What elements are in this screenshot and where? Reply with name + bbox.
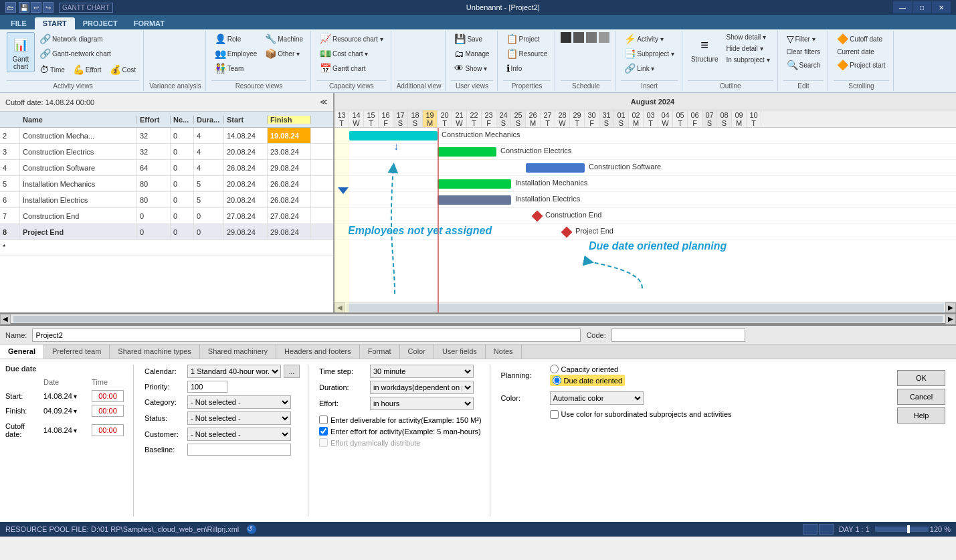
project-button[interactable]: 📋 Project <box>503 32 551 45</box>
tab-start[interactable]: START <box>35 17 75 29</box>
tab-headers-footers[interactable]: Headers and footers <box>276 345 360 359</box>
other-button[interactable]: 📦 Other ▾ <box>262 47 306 60</box>
show-button[interactable]: 👁 Show ▾ <box>451 62 492 75</box>
tab-file[interactable]: FILE <box>3 17 35 29</box>
hscroll-thumb[interactable] <box>13 316 943 322</box>
undo-icon[interactable]: ↩ <box>31 2 41 13</box>
color-subproject-checkbox[interactable] <box>550 410 559 419</box>
table-row[interactable]: 5 Installation Mechanics 80 0 5 20.08.24… <box>0 176 333 192</box>
tab-shared-machine-types[interactable]: Shared machine types <box>110 345 199 359</box>
tab-color[interactable]: Color <box>400 345 434 359</box>
tab-format[interactable]: FORMAT <box>126 17 173 29</box>
name-input[interactable] <box>32 329 581 342</box>
employee-button[interactable]: 👥 Employee <box>211 47 260 60</box>
gantt-chart-small-button[interactable]: 📅 Gantt chart <box>316 62 387 75</box>
status-icon-1[interactable] <box>803 524 818 535</box>
cost-button[interactable]: 💰 Cost <box>106 63 140 76</box>
effort-select[interactable]: in hours <box>370 397 474 410</box>
table-row[interactable]: 6 Installation Electrics 80 0 5 20.08.24… <box>0 192 333 208</box>
priority-input[interactable] <box>187 381 227 393</box>
help-button[interactable]: Help <box>897 407 945 424</box>
calendar-select[interactable]: 1 Standard 40-hour wor... <box>187 365 281 378</box>
effort-button[interactable]: 💪 Effort <box>70 63 105 76</box>
gantt-network-button[interactable]: 🔗 Gantt-network chart <box>36 47 139 60</box>
time-button[interactable]: ⏱ Time <box>36 63 68 76</box>
status-select[interactable]: - Not selected - <box>187 411 291 425</box>
project-start-button[interactable]: 🔶 Project start <box>834 58 888 72</box>
gantt-hscroll[interactable]: ◀ ▶ <box>0 314 956 324</box>
cutoff-date-arrow[interactable]: ▾ <box>74 427 77 434</box>
tab-notes[interactable]: Notes <box>486 345 522 359</box>
duration-select[interactable]: in workdays(dependent on project c... <box>370 381 474 394</box>
tab-preferred-team[interactable]: Preferred team <box>44 345 110 359</box>
timestep-select[interactable]: 30 minute <box>370 365 474 378</box>
scroll-right[interactable]: ▶ <box>945 302 956 313</box>
subproject-button[interactable]: 📑 Subproject ▾ <box>621 47 678 60</box>
in-subproject-button[interactable]: In subproject ▾ <box>723 55 773 65</box>
machine-button[interactable]: 🔧 Machine <box>262 32 306 45</box>
finish-date-arrow[interactable]: ▾ <box>74 407 77 415</box>
current-date-button[interactable]: Current date <box>834 47 888 57</box>
bar-construction-soft[interactable] <box>526 163 585 173</box>
enter-effort-checkbox[interactable] <box>319 427 328 436</box>
category-select[interactable]: - Not selected - <box>187 395 291 409</box>
table-row[interactable]: 8 Project End 0 0 0 29.08.24 29.08.24 <box>0 224 333 240</box>
finish-time-input[interactable] <box>92 405 124 417</box>
cutoff-time-input[interactable] <box>92 424 124 436</box>
hscroll-right[interactable]: ▶ <box>945 314 956 324</box>
activity-button[interactable]: ⚡ Activity ▾ <box>621 32 678 45</box>
due-date-radio[interactable] <box>553 376 561 385</box>
table-row[interactable]: 4 Construction Software 64 0 4 26.08.24 … <box>0 160 333 176</box>
search-button[interactable]: 🔍 Search <box>783 58 824 72</box>
table-row[interactable]: 3 Construction Electrics 32 0 4 20.08.24… <box>0 144 333 160</box>
tab-shared-machinery[interactable]: Shared machinery <box>200 345 276 359</box>
resource-button[interactable]: 📋 Resource <box>503 47 551 60</box>
code-input[interactable] <box>611 329 745 342</box>
link-button[interactable]: 🔗 Link ▾ <box>621 62 678 75</box>
tab-project[interactable]: PROJECT <box>75 17 126 29</box>
redo-icon[interactable]: ↪ <box>43 2 54 13</box>
cancel-button[interactable]: Cancel <box>897 389 945 405</box>
hide-detail-button[interactable]: Hide detail ▾ <box>723 43 773 54</box>
collapse-button[interactable]: ≪ <box>320 98 328 106</box>
team-button[interactable]: 👫 Team <box>211 62 260 75</box>
scroll-thumb[interactable] <box>347 304 944 312</box>
deliverable-checkbox[interactable] <box>319 415 328 424</box>
bar-installation-elec[interactable] <box>438 195 511 205</box>
capacity-radio[interactable] <box>550 365 559 373</box>
maximize-button[interactable]: □ <box>913 1 931 13</box>
role-button[interactable]: 👤 Role <box>211 32 260 45</box>
start-date-arrow[interactable]: ▾ <box>74 393 77 400</box>
cutoff-date-button[interactable]: 🔶 Cutoff date <box>834 32 888 45</box>
baseline-input[interactable] <box>187 444 291 456</box>
bar-construction-elec[interactable] <box>438 147 496 157</box>
clear-filters-button[interactable]: Clear filters <box>783 47 824 57</box>
tab-format[interactable]: Format <box>360 345 400 359</box>
manage-button[interactable]: 🗂 Manage <box>451 47 492 60</box>
status-icon-2[interactable] <box>819 524 834 535</box>
table-row[interactable]: 7 Construction End 0 0 0 27.08.24 27.08.… <box>0 208 333 224</box>
calendar-browse-button[interactable]: ... <box>284 365 300 378</box>
customer-select[interactable]: - Not selected - <box>187 428 291 441</box>
gantt-chart-button[interactable]: 📊 Ganttchart <box>7 32 35 72</box>
hscroll-left[interactable]: ◀ <box>0 314 11 324</box>
close-button[interactable]: ✕ <box>932 1 951 13</box>
ok-button[interactable]: OK <box>897 370 945 386</box>
zoom-slider[interactable] <box>875 527 929 532</box>
bar-installation-mech[interactable] <box>438 179 511 189</box>
cost-chart-button[interactable]: 💵 Cost chart ▾ <box>316 47 387 60</box>
start-time-input[interactable] <box>92 390 124 402</box>
save-view-button[interactable]: 💾 Save <box>451 32 492 45</box>
save-icon[interactable]: 💾 <box>19 2 29 13</box>
info-button[interactable]: ℹ Info <box>503 62 551 75</box>
bar-construction-mech[interactable] <box>349 131 438 141</box>
show-detail-button[interactable]: Show detail ▾ <box>723 32 773 42</box>
network-diagram-button[interactable]: 🔗 Network diagram <box>36 32 139 45</box>
resource-chart-button[interactable]: 📈 Resource chart ▾ <box>316 32 387 45</box>
color-select[interactable]: Automatic color <box>550 391 644 405</box>
zoom-thumb[interactable] <box>907 525 910 533</box>
minimize-button[interactable]: — <box>893 1 912 13</box>
horizontal-scrollbar[interactable]: ◀ ▶ <box>334 302 956 312</box>
table-row[interactable]: 2 Construction Mecha... 32 0 4 14.08.24 … <box>0 128 333 144</box>
filter-button[interactable]: ▽ Filter ▾ <box>783 32 824 45</box>
